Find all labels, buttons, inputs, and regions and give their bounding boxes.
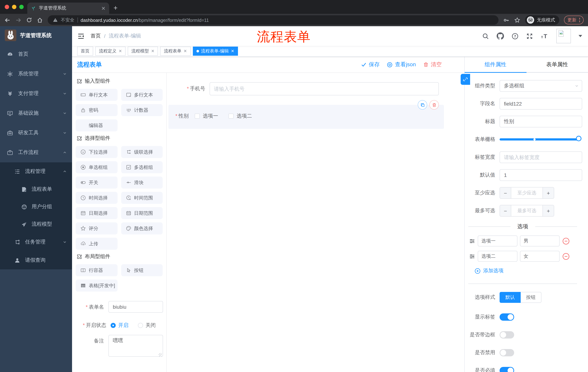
decrease-button[interactable]: − bbox=[500, 187, 511, 198]
minimize-window-button[interactable] bbox=[12, 5, 16, 9]
clear-button[interactable]: 清空 bbox=[423, 61, 442, 68]
sidebar-item-task-management[interactable]: 任务管理 bbox=[0, 233, 72, 251]
remark-textarea[interactable]: 嘿嘿 bbox=[108, 335, 163, 357]
form-grid-slider[interactable] bbox=[500, 134, 580, 145]
palette-item-upload[interactable]: 上传 bbox=[76, 238, 117, 250]
palette-item-editor[interactable]: 编辑器 bbox=[76, 119, 117, 131]
style-button-button[interactable]: 按钮 bbox=[521, 292, 541, 303]
disabled-toggle[interactable] bbox=[500, 349, 514, 356]
palette-item-rate[interactable]: 评分 bbox=[76, 223, 117, 234]
link-tab[interactable] bbox=[461, 74, 470, 85]
component-type-select[interactable]: 多选框组 bbox=[500, 80, 582, 92]
save-button[interactable]: 保存 bbox=[361, 61, 380, 68]
min-select-placeholder[interactable]: 至少应选 bbox=[511, 187, 543, 198]
avatar-dropdown-caret[interactable] bbox=[578, 35, 582, 37]
form-name-input[interactable] bbox=[108, 301, 163, 313]
palette-item-multi-line-text[interactable]: 多行文本 bbox=[121, 89, 163, 101]
selected-component-gender[interactable]: *性别 选项一 选项二 bbox=[168, 105, 444, 129]
default-value-input[interactable] bbox=[500, 169, 582, 181]
close-tab-icon[interactable]: ✕ bbox=[101, 6, 105, 11]
tab-component-props[interactable]: 组件属性 bbox=[465, 57, 526, 72]
palette-item-switch[interactable]: 开关 bbox=[76, 177, 117, 189]
gender-option1-checkbox[interactable]: 选项一 bbox=[195, 113, 218, 119]
collapse-sidebar-icon[interactable] bbox=[78, 33, 84, 39]
palette-item-row-container[interactable]: 行容器 bbox=[76, 264, 117, 276]
tag-process-model[interactable]: 流程模型 ✕ bbox=[128, 47, 158, 56]
sidebar-item-payment[interactable]: ¥ 支付管理 bbox=[0, 84, 72, 103]
github-icon[interactable] bbox=[497, 32, 504, 40]
palette-item-date-range[interactable]: 日期范围 bbox=[121, 207, 163, 219]
tag-process-form[interactable]: 流程表单 ✕ bbox=[160, 47, 190, 56]
bookmark-star-icon[interactable] bbox=[514, 17, 520, 23]
drag-handle-icon[interactable] bbox=[469, 253, 475, 259]
phone-input[interactable] bbox=[210, 82, 439, 95]
drag-handle-icon[interactable] bbox=[469, 238, 475, 244]
close-tag-icon[interactable]: ✕ bbox=[184, 49, 187, 53]
help-icon[interactable]: ? bbox=[512, 32, 518, 40]
title-input[interactable] bbox=[500, 116, 582, 128]
palette-item-button[interactable]: 按钮 bbox=[121, 264, 163, 276]
add-option-button[interactable]: 添加选项 bbox=[474, 267, 582, 274]
remove-option-button[interactable] bbox=[562, 252, 570, 260]
required-toggle[interactable] bbox=[500, 367, 514, 372]
field-name-input[interactable] bbox=[500, 98, 582, 110]
sidebar-item-workflow[interactable]: 工作流程 bbox=[0, 143, 72, 162]
close-tag-icon[interactable]: ✕ bbox=[119, 49, 122, 53]
palette-item-single-line-text[interactable]: 单行文本 bbox=[76, 89, 117, 101]
label-width-input[interactable] bbox=[500, 151, 582, 163]
avatar[interactable] bbox=[556, 29, 571, 43]
new-tab-button[interactable]: + bbox=[114, 4, 117, 12]
sidebar-item-process-management[interactable]: 流程管理 bbox=[0, 162, 72, 181]
sidebar-item-home[interactable]: 首页 bbox=[0, 44, 72, 64]
sidebar-item-user-group[interactable]: 用户分组 bbox=[0, 198, 72, 215]
home-icon[interactable] bbox=[37, 17, 43, 23]
fullscreen-icon[interactable] bbox=[526, 32, 533, 40]
sidebar-item-process-form[interactable]: 流程表单 bbox=[0, 181, 72, 198]
palette-item-counter[interactable]: 123 计数器 bbox=[121, 104, 163, 116]
palette-item-password[interactable]: 密码 bbox=[76, 104, 117, 116]
back-icon[interactable] bbox=[4, 17, 10, 23]
close-tag-icon[interactable]: ✕ bbox=[151, 49, 154, 53]
palette-item-select[interactable]: 下拉选择 bbox=[76, 146, 117, 158]
palette-item-cascader[interactable]: 级联选择 bbox=[121, 146, 163, 158]
remove-option-button[interactable] bbox=[562, 237, 570, 245]
palette-item-checkbox-group[interactable]: 多选框组 bbox=[121, 161, 163, 173]
palette-item-date-picker[interactable]: 日期选择 bbox=[76, 207, 117, 219]
browser-menu-dots-icon[interactable] bbox=[579, 18, 580, 22]
option-value-input[interactable] bbox=[520, 235, 560, 246]
view-json-button[interactable]: 查看json bbox=[387, 61, 416, 68]
address-bar[interactable]: 不安全 dashboard.yudao.iocoder.cn/bpm/manag… bbox=[48, 15, 498, 25]
option-value-input[interactable] bbox=[520, 251, 560, 262]
tag-home[interactable]: 首页 bbox=[77, 47, 93, 56]
palette-item-table[interactable]: 表格[开发中] bbox=[76, 279, 117, 292]
palette-item-time-range[interactable]: 时间范围 bbox=[121, 192, 163, 204]
palette-item-radio-group[interactable]: 单选框组 bbox=[76, 161, 117, 173]
phone-field-row[interactable]: *手机号 bbox=[174, 82, 464, 95]
increase-button[interactable]: + bbox=[543, 205, 554, 216]
sidebar-item-system[interactable]: 系统管理 bbox=[0, 64, 72, 84]
border-toggle[interactable] bbox=[500, 331, 514, 339]
copy-component-button[interactable] bbox=[418, 100, 427, 110]
option-label-input[interactable] bbox=[478, 235, 517, 246]
tab-form-props[interactable]: 表单属性 bbox=[526, 57, 588, 72]
reload-icon[interactable] bbox=[26, 17, 32, 23]
form-canvas[interactable]: *手机号 bbox=[167, 73, 464, 372]
option-label-input[interactable] bbox=[478, 251, 517, 262]
decrease-button[interactable]: − bbox=[500, 205, 511, 216]
show-label-toggle[interactable] bbox=[500, 313, 514, 321]
browser-tab[interactable]: 芋道管理系统 ✕ bbox=[27, 2, 109, 14]
maximize-window-button[interactable] bbox=[19, 5, 24, 9]
palette-item-time-picker[interactable]: 时间选择 bbox=[76, 192, 117, 204]
status-closed-radio[interactable]: 关闭 bbox=[138, 322, 156, 329]
slider-handle[interactable] bbox=[576, 136, 581, 141]
gender-option2-checkbox[interactable]: 选项二 bbox=[229, 113, 252, 119]
close-tag-icon[interactable]: ✕ bbox=[231, 49, 234, 53]
breadcrumb-home[interactable]: 首页 bbox=[91, 33, 101, 39]
password-key-icon[interactable] bbox=[503, 17, 509, 23]
forward-icon[interactable] bbox=[15, 17, 21, 23]
close-window-button[interactable] bbox=[5, 5, 9, 9]
palette-item-slider[interactable]: 滑块 bbox=[121, 177, 163, 189]
search-icon[interactable] bbox=[482, 32, 489, 40]
status-open-radio[interactable]: 开启 bbox=[111, 322, 128, 329]
max-select-placeholder[interactable]: 最多可选 bbox=[511, 205, 543, 216]
